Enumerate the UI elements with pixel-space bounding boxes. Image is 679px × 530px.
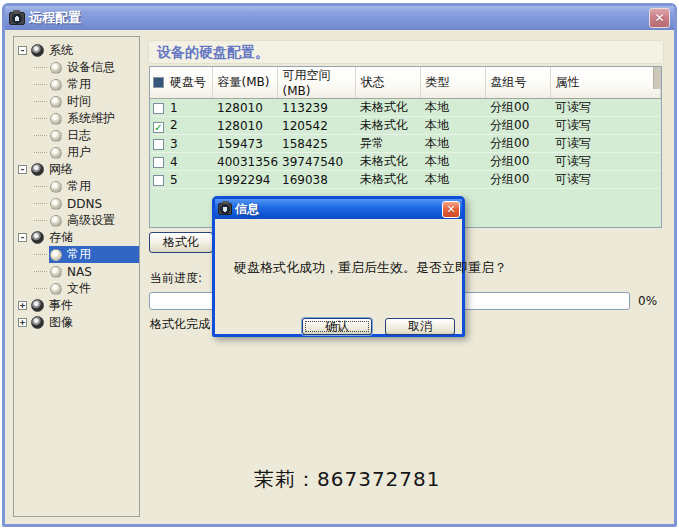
tree-item-nas[interactable]: NAS <box>14 263 139 280</box>
disk-cell: 3 <box>170 137 178 151</box>
tree-connector <box>34 118 47 119</box>
gear-icon <box>50 62 62 74</box>
collapse-icon[interactable]: - <box>18 165 27 174</box>
disk-cell: 异常 <box>355 135 420 153</box>
tree-item-label: 常用 <box>67 76 91 93</box>
disk-checkbox[interactable]: ✓ <box>153 122 164 133</box>
category-lens-icon <box>31 163 44 176</box>
table-header-row: 硬盘号 容量(MB) 可用空间(MB) 状态 类型 盘组号 属性 <box>150 67 661 99</box>
disk-cell: 分组00 <box>485 153 550 171</box>
gear-icon <box>50 130 62 142</box>
gear-icon <box>50 147 62 159</box>
tree-item-advanced[interactable]: 高级设置 <box>14 212 139 229</box>
tree-item-time[interactable]: 时间 <box>14 93 139 110</box>
tree-item-label: 事件 <box>49 297 73 314</box>
disk-cell: 本地 <box>420 171 485 189</box>
dialog-close-button[interactable]: ✕ <box>442 201 460 218</box>
tree-item-label: 用户 <box>67 144 91 161</box>
tree-item-user[interactable]: 用户 <box>14 144 139 161</box>
disk-checkbox[interactable] <box>153 157 164 168</box>
confirm-button[interactable]: 确认 <box>302 318 372 335</box>
tree-item-maintenance[interactable]: 系统维护 <box>14 110 139 127</box>
progress-label: 当前进度: <box>150 270 202 287</box>
disk-row-1[interactable]: 1128010113239未格式化本地分组00可读写 <box>150 99 661 117</box>
tree-item-event[interactable]: +事件 <box>14 297 139 314</box>
disk-cell: 120542 <box>277 117 355 135</box>
disk-checkbox[interactable] <box>153 175 164 186</box>
tree-item-label: 系统维护 <box>67 110 115 127</box>
tree-item-storage[interactable]: -存储 <box>14 229 139 246</box>
disk-cell: 可读写 <box>550 99 661 117</box>
tree-connector <box>34 101 47 102</box>
disk-cell: 40031356 <box>212 153 277 171</box>
collapse-icon[interactable]: - <box>18 46 27 55</box>
disk-cell: 可读写 <box>550 171 661 189</box>
tree-item-ddns[interactable]: DDNS <box>14 195 139 212</box>
disk-cell: 5 <box>170 173 178 187</box>
tree-connector <box>34 152 47 153</box>
tree-item-label: DDNS <box>67 197 102 211</box>
category-lens-icon <box>31 316 44 329</box>
disk-cell: 169038 <box>277 171 355 189</box>
tree-connector <box>34 203 47 204</box>
disk-cell: 可读写 <box>550 153 661 171</box>
cancel-button[interactable]: 取消 <box>385 318 455 335</box>
gear-icon <box>50 266 62 278</box>
disk-cell: 未格式化 <box>355 117 420 135</box>
tree-item-system-common[interactable]: 常用 <box>14 76 139 93</box>
disk-cell: 2 <box>170 118 178 132</box>
window-close-button[interactable]: ✕ <box>649 8 670 28</box>
disk-cell: 158425 <box>277 135 355 153</box>
tree-connector <box>34 254 47 255</box>
window-titlebar[interactable]: 远程配置 ✕ <box>5 6 674 30</box>
disk-cell: 本地 <box>420 153 485 171</box>
disk-cell: 128010 <box>212 99 277 117</box>
disk-row-2[interactable]: ✓2128010120542未格式化本地分组00可读写 <box>150 117 661 135</box>
tree-item-device-info[interactable]: 设备信息 <box>14 59 139 76</box>
disk-cell: 4 <box>170 155 178 169</box>
tree-connector <box>34 67 47 68</box>
tree-item-system[interactable]: -系统 <box>14 42 139 59</box>
tree-item-file[interactable]: 文件 <box>14 280 139 297</box>
format-button[interactable]: 格式化 <box>149 232 213 253</box>
dialog-message: 硬盘格式化成功，重启后生效。是否立即重启？ <box>234 259 507 277</box>
gear-icon <box>50 96 62 108</box>
gear-icon <box>50 79 62 91</box>
gear-icon <box>50 181 62 193</box>
disk-cell: 未格式化 <box>355 99 420 117</box>
header-label: 硬盘号 <box>170 75 206 89</box>
expand-icon[interactable]: + <box>18 318 27 327</box>
tree-item-storage-common[interactable]: 常用 <box>14 246 139 263</box>
header-status: 状态 <box>355 67 420 99</box>
tree-item-image[interactable]: +图像 <box>14 314 139 331</box>
tree-item-label: 常用 <box>67 246 91 263</box>
camera-icon <box>218 203 232 215</box>
tree-item-label: 网络 <box>49 161 73 178</box>
window-title: 远程配置 <box>29 9 81 27</box>
tree-item-log[interactable]: 日志 <box>14 127 139 144</box>
header-attribute: 属性 <box>550 67 661 99</box>
disk-cell: 113239 <box>277 99 355 117</box>
disk-row-4[interactable]: 44003135639747540未格式化本地分组00可读写 <box>150 153 661 171</box>
disk-row-3[interactable]: 3159473158425异常本地分组00可读写 <box>150 135 661 153</box>
format-status-text: 格式化完成 <box>150 316 210 333</box>
disk-cell: 可读写 <box>550 117 661 135</box>
tree-connector <box>34 84 47 85</box>
tree-item-network[interactable]: -网络 <box>14 161 139 178</box>
disk-cell: 1 <box>170 101 178 115</box>
disk-cell: 分组00 <box>485 171 550 189</box>
tree-item-label: 存储 <box>49 229 73 246</box>
header-disk-group: 盘组号 <box>485 67 550 99</box>
disk-checkbox[interactable] <box>153 103 164 114</box>
collapse-icon[interactable]: - <box>18 233 27 242</box>
tree-item-network-common[interactable]: 常用 <box>14 178 139 195</box>
disk-cell: 未格式化 <box>355 171 420 189</box>
expand-icon[interactable]: + <box>18 301 27 310</box>
disk-checkbox[interactable] <box>153 139 164 150</box>
select-all-checkbox[interactable] <box>153 77 164 88</box>
category-lens-icon <box>31 44 44 57</box>
disk-row-5[interactable]: 51992294169038未格式化本地分组00可读写 <box>150 171 661 189</box>
dialog-titlebar[interactable]: 信息 ✕ <box>215 199 462 219</box>
category-lens-icon <box>31 231 44 244</box>
gear-icon <box>50 198 62 210</box>
